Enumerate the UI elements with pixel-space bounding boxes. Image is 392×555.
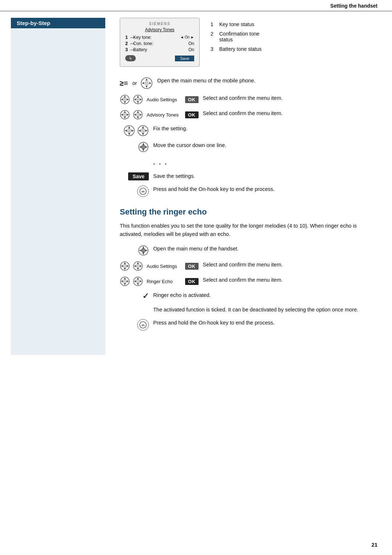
nav-big-icon-1	[123, 125, 135, 136]
ok-button-2[interactable]: OK	[185, 111, 199, 118]
step-move-cursor: Move the cursor down one line.	[120, 142, 377, 152]
row-label-2: Con. tone:	[133, 41, 186, 46]
step-icons-onhook	[120, 185, 149, 197]
row-value-1: ◄ On ►	[180, 35, 194, 39]
phone-row-3: 3 — Battery On	[125, 47, 194, 52]
phone-screen-section: SIEMENS Advisory Tones 1 — Key tone: ◄ O…	[120, 18, 377, 67]
re-step-text-desc: The activated function is ticked. It can…	[153, 306, 377, 314]
re-step-icons-audio: Audio Settings OK	[120, 261, 199, 271]
svg-rect-23	[123, 113, 126, 116]
sidebar: Step-by-Step	[0, 11, 113, 355]
save-button[interactable]: Save	[128, 172, 149, 180]
row-num-1: 1	[125, 34, 130, 40]
nav-icon-4	[133, 110, 143, 120]
nav-icon-2	[133, 94, 143, 105]
legend-text-1: Key tone status	[219, 21, 254, 27]
header-title: Setting the handset	[330, 3, 377, 9]
step-text-onhook: Press and hold the On-hook key to end th…	[153, 185, 377, 193]
step-fix-setting: Fix the setting.	[120, 125, 377, 136]
re-step-text-open: Open the main menu of the handset.	[153, 245, 377, 253]
svg-rect-47	[142, 145, 145, 149]
main-content: Step-by-Step SIEMENS Advisory Tones 1 — …	[0, 11, 392, 366]
step-save: Save Save the settings.	[120, 172, 377, 180]
svg-rect-67	[136, 265, 139, 268]
phone-screen-title: Advisory Tones	[125, 27, 194, 32]
re-nav-icon-4	[133, 276, 143, 286]
svg-rect-11	[123, 98, 126, 101]
re-nav-icon-3	[120, 276, 130, 286]
svg-rect-73	[123, 280, 126, 283]
svg-rect-17	[136, 98, 139, 101]
step-icons-fix	[120, 125, 149, 136]
svg-rect-61	[123, 265, 126, 268]
step-audio-settings: Audio Settings OK Select and confirm the…	[120, 94, 377, 105]
step-icons-menu: ≥≡ or	[120, 77, 153, 89]
re-step-audio-settings: Audio Settings OK Select and confirm the…	[120, 261, 377, 271]
re-step-icons-open	[120, 245, 149, 256]
phone-row-2: 2 — Con. tone: On	[125, 41, 194, 46]
legend-num-3: 3	[211, 46, 216, 52]
ringer-echo-heading: Setting the ringer echo	[120, 207, 377, 217]
step-open-menu: ≥≡ or Open the main menu of the mobile p…	[120, 77, 377, 89]
step-advisory-tones: Advisory Tones OK Select and confirm the…	[120, 110, 377, 120]
row-label-3: Battery	[133, 47, 186, 52]
legend-num-2: 2	[211, 31, 216, 42]
re-step-icons-onhook	[120, 319, 149, 331]
step-text-advisory: Select and confirm the menu item.	[203, 110, 378, 118]
re-step-text-ringer: Select and confirm the menu item.	[203, 276, 378, 284]
row-label-1: Key tone:	[133, 35, 178, 40]
ellipsis-text: . . .	[153, 158, 377, 167]
phone-screen-buttons: ↳ Save	[125, 55, 194, 61]
re-ok-button-2[interactable]: OK	[185, 278, 199, 285]
re-onhook-icon	[137, 319, 149, 331]
page-header: Setting the handset	[0, 0, 392, 11]
legend-item-1: 1 Key tone status	[211, 21, 262, 27]
back-button: ↳	[125, 55, 136, 61]
legend-text-2: Confirmation tonestatus	[219, 31, 260, 42]
nav-small-icon	[138, 142, 149, 152]
nav-icon-3	[120, 110, 130, 120]
re-step-onhook: Press and hold the On-hook key to end th…	[120, 319, 377, 331]
legend-num-1: 1	[211, 21, 216, 27]
sidebar-body	[11, 28, 105, 355]
or-text: or	[132, 80, 137, 86]
ringer-echo-desc: This function enables you to set the ton…	[120, 222, 377, 238]
row-value-2: On	[188, 41, 194, 46]
re-ok-button-1[interactable]: OK	[185, 263, 199, 270]
re-step-open-menu: Open the main menu of the handset.	[120, 245, 377, 256]
re-step-ringer-echo: Ringer Echo OK Select and confirm the me…	[120, 276, 377, 286]
step-onhook: Press and hold the On-hook key to end th…	[120, 185, 377, 197]
re-step-text-onhook: Press and hold the On-hook key to end th…	[153, 319, 377, 327]
step-icons-save: Save	[120, 172, 149, 180]
svg-rect-79	[136, 280, 139, 283]
legend-item-3: 3 Battery tone status	[211, 46, 262, 52]
row-num-3: 3	[125, 47, 130, 52]
step-text-menu: Open the main menu of the mobile phone.	[157, 77, 377, 85]
ok-button-1[interactable]: OK	[185, 96, 199, 103]
re-nav-icon-1	[120, 261, 130, 271]
svg-rect-5	[145, 81, 148, 85]
list-icon: ≥≡	[120, 79, 128, 87]
re-step-activated-desc: The activated function is ticked. It can…	[120, 306, 377, 314]
re-step-icons-ringer: Ringer Echo OK	[120, 276, 199, 286]
svg-rect-29	[136, 113, 139, 116]
phone-row-1: 1 — Key tone: ◄ On ►	[125, 34, 194, 40]
re-audio-settings-label: Audio Settings	[147, 264, 183, 269]
step-text-cursor: Move the cursor down one line.	[153, 142, 377, 150]
step-by-step-heading: Step-by-Step	[11, 18, 105, 28]
phone-screen: SIEMENS Advisory Tones 1 — Key tone: ◄ O…	[120, 18, 200, 67]
re-step-text-activated: Ringer echo is activated.	[153, 291, 377, 299]
page-number: 21	[371, 542, 377, 548]
svg-rect-35	[127, 129, 131, 132]
step-text-save: Save the settings.	[153, 172, 377, 180]
checkmark-icon: ✓	[142, 291, 149, 301]
nav-4way-icon	[140, 77, 153, 89]
onhook-icon	[137, 185, 149, 197]
step-icons-cursor	[120, 142, 149, 152]
row-num-2: 2	[125, 41, 130, 46]
step-icons-advisory: Advisory Tones OK	[120, 110, 199, 120]
step-text-audio: Select and confirm the menu item.	[203, 94, 378, 102]
svg-rect-41	[141, 129, 145, 132]
advisory-tones-label: Advisory Tones	[147, 112, 183, 118]
re-step-icons-check: ✓	[120, 291, 149, 301]
